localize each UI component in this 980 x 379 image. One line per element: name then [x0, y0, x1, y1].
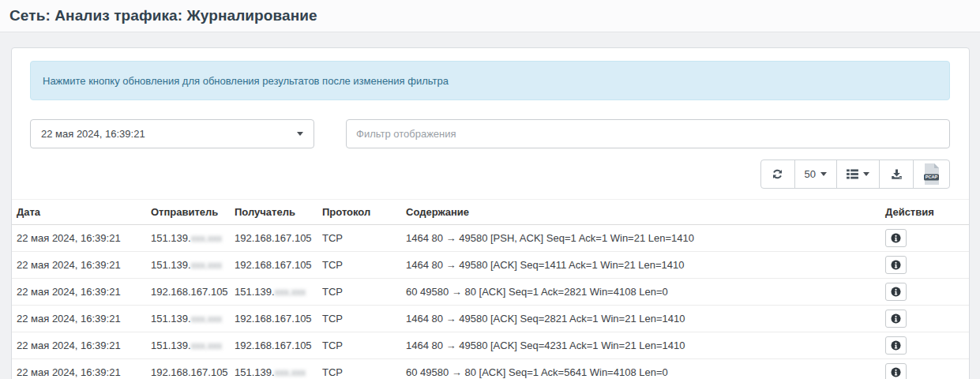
packet-info-button[interactable] — [885, 256, 907, 274]
row-content: 60 49580 → 80 [ACK] Seq=1 Ack=2821 Win=4… — [401, 279, 880, 305]
packet-info-button[interactable] — [885, 363, 907, 379]
col-header-receiver: Получатель — [230, 200, 317, 224]
ip-address-text: 192.168.167.105 — [235, 313, 312, 325]
list-columns-icon — [847, 169, 858, 179]
row-content: 1464 80 → 49580 [ACK] Seq=1411 Ack=1 Win… — [401, 252, 880, 278]
info-alert: Нажмите кнопку обновления для обновления… — [30, 61, 950, 100]
row-protocol: TCP — [317, 225, 401, 251]
time-range-select[interactable]: 22 мая 2024, 16:39:21 — [30, 119, 314, 148]
packet-info-button[interactable] — [885, 336, 907, 355]
info-icon — [891, 287, 901, 297]
columns-button[interactable] — [836, 159, 880, 189]
info-icon — [891, 367, 901, 377]
page-title: Сеть: Анализ трафика: Журналирование — [9, 7, 317, 24]
packet-info-button[interactable] — [885, 310, 907, 328]
row-actions — [880, 359, 969, 379]
ip-address-text: 151.139. — [151, 259, 191, 271]
row-sender: 192.168.167.105 — [146, 359, 230, 379]
ip-address-text: 151.139. — [235, 286, 275, 298]
row-receiver: 192.168.167.105 — [230, 252, 317, 278]
ip-address-text: 151.139. — [151, 232, 191, 244]
col-header-protocol: Протокол — [317, 200, 401, 224]
row-actions — [880, 279, 969, 305]
row-protocol: TCP — [317, 252, 401, 278]
table-row: 22 мая 2024, 16:39:21 192.168.167.105 15… — [12, 279, 969, 306]
info-icon — [891, 233, 901, 243]
ip-address-text: 192.168.167.105 — [151, 366, 228, 378]
row-protocol: TCP — [317, 359, 401, 379]
row-sender: 151.139.xxx.xxx — [146, 252, 230, 278]
time-range-value: 22 мая 2024, 16:39:21 — [41, 128, 145, 140]
row-date: 22 мая 2024, 16:39:21 — [12, 359, 146, 379]
ip-address-text: 151.139. — [235, 366, 275, 378]
row-sender: 151.139.xxx.xxx — [146, 306, 230, 332]
page-header: Сеть: Анализ трафика: Журналирование — [0, 0, 980, 32]
ip-address-text: 192.168.167.105 — [235, 232, 312, 244]
caret-down-icon — [820, 172, 827, 176]
redacted-ip: xxx.xxx — [191, 340, 222, 351]
ip-address-text: 192.168.167.105 — [151, 286, 228, 298]
traffic-log-card: Нажмите кнопку обновления для обновления… — [11, 47, 970, 379]
row-actions — [880, 332, 969, 358]
table-header-row: Дата Отправитель Получатель Протокол Сод… — [12, 199, 969, 225]
row-protocol: TCP — [317, 332, 401, 358]
ip-address-text: 192.168.167.105 — [235, 259, 312, 271]
table-row: 22 мая 2024, 16:39:21 151.139.xxx.xxx 19… — [12, 252, 969, 279]
row-date: 22 мая 2024, 16:39:21 — [12, 225, 146, 251]
pcap-file-icon: PCAP — [923, 163, 940, 185]
row-receiver: 151.139.xxx.xxx — [230, 359, 317, 379]
refresh-button[interactable] — [760, 159, 795, 189]
col-header-actions: Действия — [880, 200, 969, 224]
ip-address-text: 192.168.167.105 — [235, 340, 312, 351]
page-size-value: 50 — [805, 168, 816, 180]
packet-info-button[interactable] — [885, 283, 907, 301]
download-icon — [891, 168, 903, 180]
row-date: 22 мая 2024, 16:39:21 — [12, 306, 146, 332]
row-actions — [880, 252, 969, 278]
redacted-ip: xxx.xxx — [275, 286, 306, 298]
table-toolbar: 50 — [30, 159, 950, 189]
row-protocol: TCP — [317, 279, 401, 305]
row-sender: 192.168.167.105 — [146, 279, 230, 305]
row-actions — [880, 306, 969, 332]
table-row: 22 мая 2024, 16:39:21 192.168.167.105 15… — [12, 359, 969, 379]
display-filter-input[interactable] — [346, 119, 950, 148]
page-size-button[interactable]: 50 — [794, 159, 837, 189]
info-alert-text: Нажмите кнопку обновления для обновления… — [43, 75, 449, 87]
info-icon — [891, 313, 901, 324]
pcap-export-button[interactable]: PCAP — [913, 159, 950, 189]
pcap-label: PCAP — [926, 174, 938, 179]
row-date: 22 мая 2024, 16:39:21 — [12, 279, 146, 305]
row-content: 1464 80 → 49580 [PSH, ACK] Seq=1 Ack=1 W… — [401, 225, 880, 251]
row-receiver: 192.168.167.105 — [230, 306, 317, 332]
refresh-icon — [772, 168, 783, 180]
row-content: 1464 80 → 49580 [ACK] Seq=2821 Ack=1 Win… — [401, 306, 880, 332]
redacted-ip: xxx.xxx — [275, 366, 306, 378]
table-row: 22 мая 2024, 16:39:21 151.139.xxx.xxx 19… — [12, 306, 969, 332]
row-sender: 151.139.xxx.xxx — [146, 225, 230, 251]
packets-table: Дата Отправитель Получатель Протокол Сод… — [12, 199, 969, 379]
row-date: 22 мая 2024, 16:39:21 — [12, 252, 146, 278]
redacted-ip: xxx.xxx — [191, 232, 222, 244]
row-receiver: 192.168.167.105 — [230, 332, 317, 358]
download-button[interactable] — [879, 159, 914, 189]
redacted-ip: xxx.xxx — [191, 313, 222, 325]
row-receiver: 151.139.xxx.xxx — [230, 279, 317, 305]
info-icon — [891, 340, 901, 351]
col-header-date: Дата — [12, 200, 146, 224]
ip-address-text: 151.139. — [151, 313, 191, 325]
toolbar-button-group: 50 — [760, 159, 950, 189]
row-content: 1464 80 → 49580 [ACK] Seq=4231 Ack=1 Win… — [401, 332, 880, 358]
page-content: Нажмите кнопку обновления для обновления… — [0, 32, 980, 379]
filter-controls: 22 мая 2024, 16:39:21 — [30, 119, 950, 148]
row-date: 22 мая 2024, 16:39:21 — [12, 332, 146, 358]
packet-info-button[interactable] — [885, 229, 907, 247]
ip-address-text: 151.139. — [151, 340, 191, 351]
col-header-sender: Отправитель — [146, 200, 230, 224]
table-row: 22 мая 2024, 16:39:21 151.139.xxx.xxx 19… — [12, 332, 969, 359]
row-protocol: TCP — [317, 306, 401, 332]
caret-down-icon — [863, 172, 869, 176]
row-receiver: 192.168.167.105 — [230, 225, 317, 251]
info-icon — [891, 260, 901, 270]
row-sender: 151.139.xxx.xxx — [146, 332, 230, 358]
